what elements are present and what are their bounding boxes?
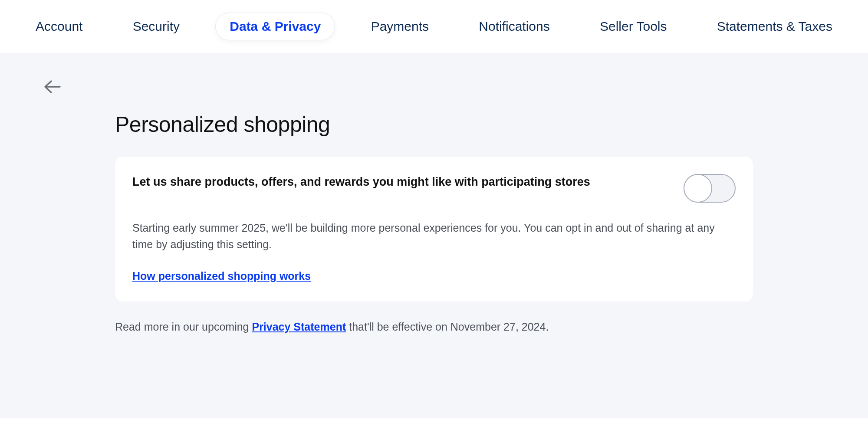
card-body-text: Starting early summer 2025, we'll be bui… (132, 220, 731, 253)
content-area: Personalized shopping Let us share produ… (0, 53, 868, 418)
tab-data-privacy[interactable]: Data & Privacy (216, 13, 335, 40)
page-inner: Personalized shopping Let us share produ… (115, 73, 753, 335)
tab-account[interactable]: Account (22, 13, 96, 40)
card-header-row: Let us share products, offers, and rewar… (132, 174, 736, 203)
tab-notifications[interactable]: Notifications (465, 13, 563, 40)
back-arrow-icon[interactable] (43, 79, 61, 96)
privacy-statement-link[interactable]: Privacy Statement (252, 321, 346, 333)
personalized-shopping-card: Let us share products, offers, and rewar… (115, 157, 753, 302)
toggle-knob (684, 174, 712, 203)
footer-prefix: Read more in our upcoming (115, 321, 252, 333)
share-toggle[interactable] (684, 174, 736, 203)
how-it-works-link[interactable]: How personalized shopping works (132, 270, 311, 282)
settings-tabs: Account Security Data & Privacy Payments… (0, 0, 868, 53)
tab-security[interactable]: Security (119, 13, 194, 40)
tab-payments[interactable]: Payments (357, 13, 443, 40)
tab-seller-tools[interactable]: Seller Tools (586, 13, 681, 40)
page-title: Personalized shopping (115, 112, 753, 137)
tab-statements-taxes[interactable]: Statements & Taxes (703, 13, 846, 40)
footer-note: Read more in our upcoming Privacy Statem… (115, 319, 753, 335)
card-title: Let us share products, offers, and rewar… (132, 174, 590, 190)
footer-suffix: that'll be effective on November 27, 202… (346, 321, 549, 333)
